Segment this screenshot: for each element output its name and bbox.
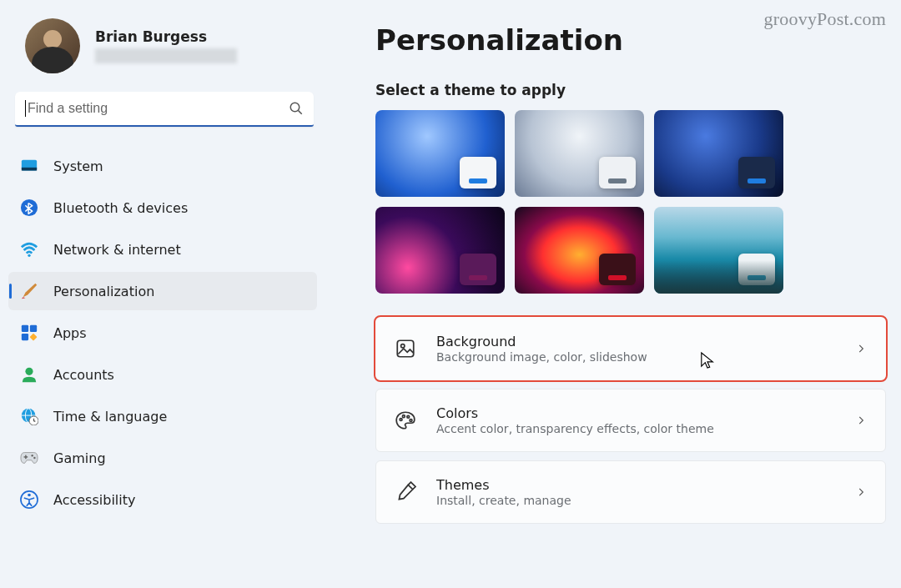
- option-themes[interactable]: Themes Install, create, manage: [375, 460, 886, 524]
- theme-blue-bloom-dark[interactable]: [654, 110, 783, 197]
- nav-accessibility[interactable]: Accessibility: [8, 480, 317, 519]
- theme-abstract-red[interactable]: [515, 207, 644, 294]
- nav-label: Bluetooth & devices: [53, 200, 188, 216]
- svg-point-25: [407, 415, 410, 418]
- nav-label: Time & language: [53, 409, 167, 425]
- nav-gaming[interactable]: Gaming: [8, 439, 317, 477]
- accessibility-icon: [20, 490, 38, 509]
- sidebar: Brian Burgess System Bluet: [0, 0, 325, 588]
- search-icon: [289, 101, 304, 116]
- main-content: Personalization Select a theme to apply …: [325, 0, 901, 588]
- nav-label: Network & internet: [53, 242, 181, 258]
- gamepad-icon: [20, 449, 38, 467]
- nav-system[interactable]: System: [8, 147, 317, 185]
- option-title: Themes: [436, 477, 835, 493]
- svg-rect-6: [22, 325, 28, 332]
- theme-blue-bloom-light[interactable]: [375, 110, 505, 197]
- svg-rect-18: [25, 455, 26, 460]
- wifi-icon: [20, 240, 38, 259]
- themes-grid: [375, 110, 886, 294]
- option-subtitle: Background image, color, slideshow: [436, 350, 835, 364]
- svg-rect-7: [30, 325, 37, 332]
- system-icon: [20, 157, 38, 175]
- nav-accounts[interactable]: Accounts: [8, 355, 317, 394]
- avatar: [25, 18, 80, 73]
- svg-point-22: [401, 344, 405, 348]
- nav-label: Personalization: [53, 284, 154, 299]
- nav-label: Accounts: [53, 367, 114, 383]
- globe-clock-icon: [20, 407, 38, 425]
- bluetooth-icon: [20, 199, 38, 217]
- svg-point-24: [402, 415, 405, 418]
- apps-icon: [20, 324, 38, 342]
- brush-icon: [395, 481, 416, 503]
- profile-email-redacted: [95, 48, 237, 63]
- palette-icon: [395, 410, 416, 431]
- paintbrush-icon: [20, 282, 38, 300]
- option-title: Colors: [436, 405, 835, 421]
- option-title: Background: [436, 334, 835, 349]
- svg-rect-3: [22, 168, 37, 171]
- svg-rect-9: [30, 334, 38, 341]
- theme-lake-light[interactable]: [654, 207, 783, 294]
- nav-personalization[interactable]: Personalization: [8, 272, 317, 310]
- profile-name: Brian Burgess: [95, 28, 237, 45]
- svg-point-20: [28, 494, 31, 497]
- nav-bluetooth[interactable]: Bluetooth & devices: [8, 188, 317, 227]
- chevron-right-icon: [855, 486, 867, 498]
- nav-label: Apps: [53, 325, 87, 341]
- svg-point-16: [33, 457, 35, 459]
- svg-point-0: [290, 103, 299, 112]
- option-subtitle: Install, create, manage: [436, 494, 835, 507]
- option-background[interactable]: Background Background image, color, slid…: [375, 317, 886, 380]
- nav-label: Accessibility: [53, 492, 135, 508]
- svg-rect-8: [22, 334, 28, 340]
- svg-line-1: [299, 111, 302, 114]
- nav-network[interactable]: Network & internet: [8, 230, 317, 269]
- svg-point-26: [410, 420, 412, 422]
- option-subtitle: Accent color, transparency effects, colo…: [436, 422, 835, 435]
- svg-point-10: [25, 368, 33, 375]
- accounts-icon: [20, 365, 38, 384]
- background-icon: [395, 338, 416, 359]
- chevron-right-icon: [855, 343, 867, 354]
- option-colors[interactable]: Colors Accent color, transparency effect…: [375, 389, 886, 452]
- watermark-text: groovyPost.com: [764, 8, 886, 30]
- theme-grey-bloom-light[interactable]: [515, 110, 644, 197]
- nav-time-language[interactable]: Time & language: [8, 397, 317, 435]
- nav-apps[interactable]: Apps: [8, 314, 317, 352]
- svg-point-15: [31, 455, 33, 456]
- themes-subtitle: Select a theme to apply: [375, 82, 886, 98]
- svg-rect-21: [397, 340, 414, 357]
- profile-block[interactable]: Brian Burgess: [0, 18, 325, 92]
- svg-point-5: [28, 254, 30, 257]
- nav-label: Gaming: [53, 450, 106, 466]
- svg-point-23: [400, 419, 402, 421]
- search-box[interactable]: [15, 92, 314, 127]
- chevron-right-icon: [855, 415, 867, 426]
- search-input[interactable]: [28, 101, 289, 116]
- settings-nav: System Bluetooth & devices Network & int…: [0, 142, 325, 519]
- nav-label: System: [53, 158, 103, 174]
- theme-purple-glow[interactable]: [375, 207, 505, 294]
